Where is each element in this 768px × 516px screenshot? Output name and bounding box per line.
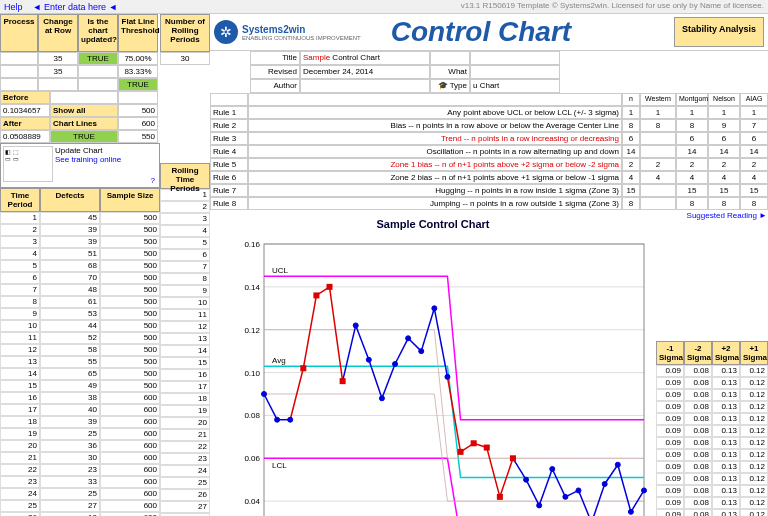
svg-point-58 xyxy=(366,357,371,362)
svg-point-57 xyxy=(353,323,358,328)
right-column: ✲ Systems2win ENABLING CONTINUOUS IMPROV… xyxy=(210,14,768,516)
chart-area: Sample Control Chart 0.040.060.080.100.1… xyxy=(214,214,652,516)
brand-name: Systems2win xyxy=(242,24,361,35)
svg-text:0.12: 0.12 xyxy=(244,326,260,335)
svg-rect-65 xyxy=(458,449,464,455)
data-grid[interactable]: 1455002395003395004515005685006705007485… xyxy=(0,212,160,516)
svg-point-61 xyxy=(406,336,411,341)
svg-text:0.14: 0.14 xyxy=(244,283,260,292)
help-icon[interactable]: ? xyxy=(151,176,155,185)
page-title: Control Chart xyxy=(391,16,571,48)
svg-line-31 xyxy=(395,338,408,364)
svg-point-51 xyxy=(275,417,280,422)
svg-line-48 xyxy=(618,465,631,512)
svg-point-73 xyxy=(563,494,568,499)
control-chart: 0.040.060.080.100.120.140.161611162126UC… xyxy=(214,214,654,516)
rolling-value[interactable]: 30 xyxy=(160,52,210,65)
sigma-grid: 0.090.080.130.120.090.080.130.120.090.08… xyxy=(656,365,768,516)
svg-line-46 xyxy=(592,484,605,516)
svg-line-45 xyxy=(578,490,591,516)
svg-line-35 xyxy=(447,377,460,452)
process-block: ProcessChange at RowIs the chart updated… xyxy=(0,14,160,91)
svg-line-30 xyxy=(382,364,395,398)
enter-data-hint: ◄ Enter data here ◄ xyxy=(33,2,118,12)
svg-point-64 xyxy=(445,374,450,379)
sigma-header: -1 Sigma-2 Sigma+2 Sigma+1 Sigma xyxy=(656,341,768,365)
svg-line-24 xyxy=(303,295,316,368)
svg-text:Avg: Avg xyxy=(272,356,286,365)
svg-rect-53 xyxy=(300,365,306,371)
svg-text:UCL: UCL xyxy=(272,266,289,275)
brand-sub: ENABLING CONTINUOUS IMPROVEMENT xyxy=(242,35,361,41)
svg-line-28 xyxy=(356,325,369,359)
svg-line-40 xyxy=(513,458,526,479)
svg-point-79 xyxy=(642,488,647,493)
svg-text:0.10: 0.10 xyxy=(244,369,260,378)
stability-analysis[interactable]: Stability Analysis xyxy=(674,17,764,47)
svg-line-38 xyxy=(487,448,500,497)
svg-rect-69 xyxy=(510,455,516,461)
svg-point-78 xyxy=(628,509,633,514)
svg-point-71 xyxy=(537,503,542,508)
left-column: ProcessChange at RowIs the chart updated… xyxy=(0,14,160,516)
svg-rect-54 xyxy=(313,292,319,298)
svg-point-70 xyxy=(524,477,529,482)
svg-point-72 xyxy=(550,467,555,472)
rolling-header: Number of Rolling Periods xyxy=(160,14,210,52)
svg-point-74 xyxy=(576,488,581,493)
svg-point-62 xyxy=(419,349,424,354)
meta-grid: TitleSample Control Chart RevisedDecembe… xyxy=(250,51,768,93)
help-link[interactable]: Help xyxy=(4,2,23,12)
svg-line-26 xyxy=(330,287,343,381)
sigma-panel: Suggested Reading ► -1 Sigma-2 Sigma+2 S… xyxy=(656,210,768,516)
svg-text:0.06: 0.06 xyxy=(244,454,260,463)
svg-text:0.04: 0.04 xyxy=(244,497,260,506)
suggested-reading-link[interactable]: Suggested Reading ► xyxy=(656,210,768,223)
upper-right: TitleSample Control Chart RevisedDecembe… xyxy=(210,51,768,210)
svg-text:0.16: 0.16 xyxy=(244,240,260,249)
before-after-block: Before0.1034657Show all500AfterChart Lin… xyxy=(0,91,160,143)
svg-point-63 xyxy=(432,306,437,311)
svg-point-60 xyxy=(393,362,398,367)
logo-icon: ✲ xyxy=(214,20,238,44)
toolbar-thumb: ◧ ⬚▭ ▭ xyxy=(3,146,53,182)
svg-rect-68 xyxy=(497,494,503,500)
version-text: v13.1 R150619 Template © Systems2win. Li… xyxy=(461,1,764,10)
svg-point-59 xyxy=(379,396,384,401)
rules-grid: nWesternMontgomNelsonAIAGRule 1Any point… xyxy=(210,93,768,210)
main: ProcessChange at RowIs the chart updated… xyxy=(0,14,768,516)
svg-point-76 xyxy=(602,482,607,487)
data-header: Time PeriodDefectsSample Size xyxy=(0,188,160,212)
svg-rect-67 xyxy=(484,445,490,451)
header-row: ✲ Systems2win ENABLING CONTINUOUS IMPROV… xyxy=(210,14,768,51)
svg-text:0.08: 0.08 xyxy=(244,411,260,420)
svg-rect-66 xyxy=(471,440,477,446)
rolling-time-grid: 1234567891011121314151617181920212223242… xyxy=(160,189,210,516)
svg-line-42 xyxy=(539,469,552,505)
svg-rect-56 xyxy=(340,378,346,384)
rolling-time-header: Rolling Time Periods xyxy=(160,163,210,189)
update-chart-button[interactable]: Update Chart xyxy=(55,146,121,155)
svg-line-47 xyxy=(605,465,618,484)
training-link[interactable]: See training online xyxy=(55,155,121,164)
training-box: ◧ ⬚▭ ▭ Update Chart See training online … xyxy=(0,143,160,188)
topbar: Help ◄ Enter data here ◄ v13.1 R150619 T… xyxy=(0,0,768,14)
svg-point-50 xyxy=(262,392,267,397)
svg-text:LCL: LCL xyxy=(272,461,287,470)
svg-point-52 xyxy=(288,417,293,422)
svg-point-77 xyxy=(615,462,620,467)
svg-rect-55 xyxy=(327,284,333,290)
svg-line-43 xyxy=(552,469,565,497)
svg-rect-20 xyxy=(264,244,644,516)
rolling-column: Number of Rolling Periods 30 Rolling Tim… xyxy=(160,14,210,516)
